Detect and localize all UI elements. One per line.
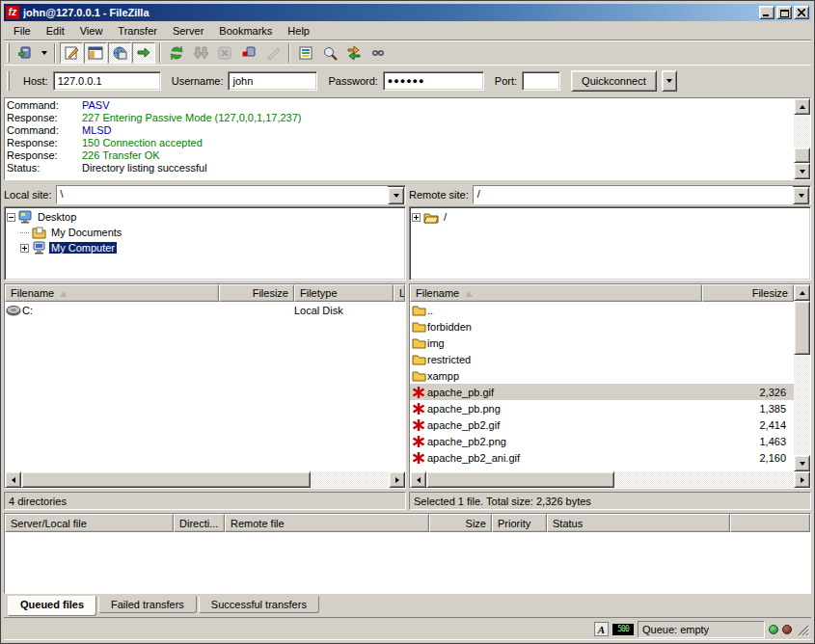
table-row[interactable]: xampp <box>410 367 794 384</box>
column-header-filesize[interactable]: Filesize <box>702 284 794 302</box>
username-input[interactable] <box>228 71 317 91</box>
local-site-dropdown-button[interactable] <box>388 187 404 204</box>
find-files-button[interactable] <box>367 42 390 64</box>
resize-grip[interactable] <box>796 623 809 636</box>
log-scroll-thumb[interactable] <box>794 148 810 163</box>
maximize-icon <box>780 9 789 17</box>
table-row[interactable]: apache_pb2.gif 2,414 <box>410 416 794 433</box>
tree-item-my-computer[interactable]: My Computer <box>7 240 403 255</box>
local-hscroll-thumb[interactable] <box>21 471 311 488</box>
menu-help[interactable]: Help <box>280 23 317 39</box>
directory-comparison-icon <box>322 45 338 61</box>
tree-item-root[interactable]: / <box>412 209 808 225</box>
table-row-selected[interactable]: apache_pb.gif 2,326 <box>410 384 794 400</box>
log-label: Response: <box>7 149 82 162</box>
table-row[interactable]: img <box>410 335 794 351</box>
password-input[interactable] <box>383 71 484 91</box>
menu-server[interactable]: Server <box>165 23 211 39</box>
local-horizontal-scrollbar[interactable] <box>5 471 405 488</box>
title-bar: fz john@127.0.0.1 - FileZilla <box>4 4 811 21</box>
menu-view[interactable]: View <box>72 23 111 39</box>
host-input[interactable] <box>53 71 161 91</box>
process-queue-button[interactable] <box>189 42 212 64</box>
site-manager-dropdown-button[interactable] <box>38 42 50 64</box>
reconnect-button[interactable] <box>261 42 285 64</box>
table-row[interactable]: apache_pb2_ani.gif 2,160 <box>410 449 794 466</box>
scroll-right-button[interactable] <box>794 471 810 488</box>
table-row[interactable]: C: Local Disk <box>5 302 405 318</box>
cancel-button[interactable] <box>213 42 236 64</box>
table-row[interactable]: .. <box>410 302 794 318</box>
scroll-right-button[interactable] <box>389 471 405 488</box>
tab-queued-files[interactable]: Queued files <box>8 596 96 616</box>
column-header-size[interactable]: Size <box>429 514 492 532</box>
column-header-filetype[interactable]: Filetype <box>294 284 394 302</box>
column-header-server-local-file[interactable]: Server/Local file <box>5 514 174 532</box>
synchronized-browsing-button[interactable] <box>342 42 366 64</box>
remote-vscroll-thumb[interactable] <box>794 301 810 355</box>
column-header-filename[interactable]: Filename <box>5 284 219 302</box>
scroll-up-button[interactable] <box>794 284 810 301</box>
directory-comparison-button[interactable] <box>318 42 341 64</box>
remote-file-list: Filename Filesize .. <box>409 283 811 489</box>
column-header-filename[interactable]: Filename <box>410 284 702 302</box>
table-row[interactable]: apache_pb2.png 1,463 <box>410 433 794 449</box>
menu-edit[interactable]: Edit <box>39 23 72 39</box>
toolbar-gripper[interactable] <box>7 43 10 63</box>
maximize-button[interactable] <box>776 6 792 19</box>
local-site-value[interactable]: \ <box>57 186 388 203</box>
scroll-up-icon <box>800 102 805 109</box>
toggle-local-tree-icon <box>88 45 103 61</box>
collapse-expander-icon[interactable] <box>7 213 15 222</box>
column-header-status[interactable]: Status <box>547 514 730 532</box>
disconnect-button[interactable] <box>237 42 260 64</box>
refresh-button[interactable] <box>165 42 188 64</box>
expand-expander-icon[interactable] <box>412 213 421 222</box>
menu-bookmarks[interactable]: Bookmarks <box>211 23 280 39</box>
column-header-remote-file[interactable]: Remote file <box>225 514 429 532</box>
toggle-local-tree-button[interactable] <box>84 42 107 64</box>
scroll-left-button[interactable] <box>410 471 426 488</box>
scroll-down-button[interactable] <box>794 455 810 471</box>
minimize-button[interactable] <box>759 6 774 19</box>
column-header-filesize[interactable]: Filesize <box>219 284 294 302</box>
scroll-down-button[interactable] <box>794 163 810 179</box>
remote-site-dropdown-button[interactable] <box>793 187 809 204</box>
toggle-remote-tree-button[interactable] <box>108 42 131 64</box>
tab-successful-transfers[interactable]: Successful transfers <box>199 596 319 613</box>
file-type: Local Disk <box>294 305 394 316</box>
column-header-priority[interactable]: Priority <box>492 514 547 532</box>
queue-header: Server/Local file Directi... Remote file… <box>5 514 810 532</box>
tree-item-desktop[interactable]: Desktop <box>7 209 403 225</box>
table-row[interactable]: restricted <box>410 351 794 367</box>
quickconnect-dropdown-button[interactable] <box>662 70 677 92</box>
close-button[interactable] <box>794 6 809 19</box>
tab-failed-transfers[interactable]: Failed transfers <box>98 596 197 613</box>
status-bar: A 500 Queue: empty <box>4 617 811 640</box>
log-vertical-scrollbar[interactable] <box>794 98 810 179</box>
port-input[interactable] <box>522 71 560 91</box>
local-site-combo[interactable]: \ <box>56 185 406 204</box>
scroll-left-button[interactable] <box>5 471 21 488</box>
column-header-direction[interactable]: Directi... <box>174 514 225 532</box>
file-name: apache_pb2.gif <box>427 419 702 431</box>
tree-item-my-documents[interactable]: My Documents <box>7 225 403 240</box>
remote-site-combo[interactable]: / <box>473 185 811 204</box>
table-row[interactable]: apache_pb.png 1,385 <box>410 400 794 416</box>
toggle-message-log-button[interactable] <box>60 42 83 64</box>
menu-file[interactable]: File <box>6 23 39 39</box>
remote-site-value[interactable]: / <box>474 186 793 203</box>
site-manager-button[interactable] <box>14 42 37 64</box>
table-row[interactable]: forbidden <box>410 318 794 335</box>
toggle-transfer-queue-button[interactable] <box>132 42 155 64</box>
menu-transfer[interactable]: Transfer <box>110 23 165 39</box>
scroll-up-button[interactable] <box>794 98 810 115</box>
quickconnect-button[interactable]: Quickconnect <box>571 70 657 92</box>
remote-hscroll-thumb[interactable] <box>426 471 614 488</box>
remote-vertical-scrollbar[interactable] <box>794 284 810 471</box>
remote-horizontal-scrollbar[interactable] <box>410 471 810 488</box>
quickconnect-gripper[interactable] <box>7 71 10 91</box>
expand-expander-icon[interactable] <box>20 244 29 253</box>
column-header-lastmodified[interactable]: L <box>394 284 405 302</box>
filter-button[interactable] <box>294 42 317 64</box>
